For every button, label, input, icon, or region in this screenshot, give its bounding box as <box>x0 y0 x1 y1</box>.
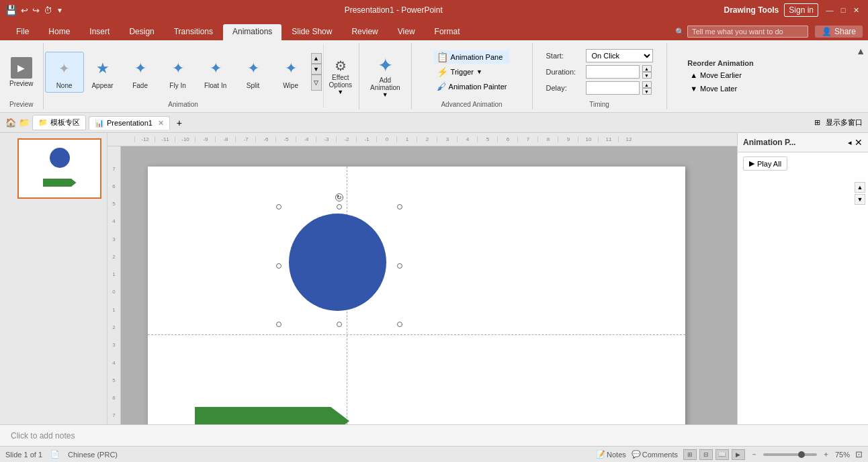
effect-options-button[interactable]: ⚙ Effect Options ▼ <box>324 44 357 108</box>
anim-split[interactable]: ✦ Split <box>234 52 272 92</box>
add-animation-button[interactable]: ✦ Add Animation ▼ <box>363 52 406 101</box>
ribbon-collapse[interactable]: ▲ <box>853 43 868 109</box>
normal-view-button[interactable]: ⊞ <box>683 449 697 460</box>
move-earlier-label: Move Earlier <box>700 71 742 79</box>
duration-input[interactable] <box>586 65 640 79</box>
anim-fade[interactable]: ✦ Fade <box>122 52 159 92</box>
delay-input[interactable] <box>586 81 640 95</box>
fit-slide-button[interactable]: ⊡ <box>855 449 863 459</box>
reading-view-button[interactable]: 📖 <box>715 449 729 460</box>
zoom-in-button[interactable]: ＋ <box>822 449 830 459</box>
ribbon-group-preview: ▶ Preview Preview <box>0 43 44 109</box>
zoom-slider[interactable] <box>763 453 817 456</box>
tab-animations[interactable]: Animations <box>223 24 281 40</box>
fade-icon: ✦ <box>127 55 154 82</box>
zoom-thumb[interactable] <box>798 451 805 458</box>
start-label: Start: <box>546 52 583 60</box>
zoom-out-button[interactable]: － <box>750 449 758 459</box>
tab-file[interactable]: File <box>7 24 38 40</box>
tab-home[interactable]: Home <box>39 24 79 40</box>
trigger-arrow: ▼ <box>476 68 482 75</box>
tab-close-button[interactable]: ✕ <box>158 119 164 128</box>
slide-sorter-button[interactable]: ⊟ <box>699 449 713 460</box>
tab-design[interactable]: Design <box>120 24 163 40</box>
tab-format[interactable]: Format <box>425 24 470 40</box>
anim-none[interactable]: ✦ None <box>45 52 84 93</box>
delay-down[interactable]: ▼ <box>642 88 652 95</box>
handle-tl[interactable] <box>276 204 281 210</box>
handle-ml[interactable] <box>276 263 281 269</box>
comments-button[interactable]: 💬 Comments <box>632 450 678 459</box>
slideshow-view-button[interactable]: ▶ <box>732 449 745 460</box>
tab-slideshow[interactable]: Slide Show <box>282 24 341 40</box>
animation-painter-button[interactable]: 🖌 Animation Painter <box>434 80 510 93</box>
animation-pane: Animation P... ◂ ✕ ▶ Play All ▲ ▼ <box>737 133 868 424</box>
auto-save-icon[interactable]: ⏱ <box>44 5 52 15</box>
anim-scroll-up[interactable]: ▲ <box>311 53 322 64</box>
save-icon[interactable]: 💾 <box>5 5 17 15</box>
anim-scroll-more[interactable]: ▽ <box>311 75 322 91</box>
handle-tc[interactable] <box>337 204 342 210</box>
handle-tr[interactable] <box>397 204 402 210</box>
search-input[interactable] <box>687 26 808 38</box>
trigger-button[interactable]: ⚡ Trigger ▼ <box>434 65 510 79</box>
anim-order-down[interactable]: ▼ <box>855 194 865 205</box>
quick-access-arrow[interactable]: ▼ <box>56 7 63 14</box>
tab-insert[interactable]: Insert <box>80 24 119 40</box>
ribbon-group-timing: Start: On Click Duration: ▲ ▼ Delay: <box>533 43 667 109</box>
animation-painter-icon: 🖌 <box>437 81 446 92</box>
notes-button[interactable]: 📝 Notes <box>596 450 626 459</box>
preview-button[interactable]: ▶ Preview <box>4 54 39 90</box>
undo-icon[interactable]: ↩ <box>21 5 28 15</box>
ribbon-group-reorder: Reorder Animation ▲ Move Earlier ▼ Move … <box>667 43 775 109</box>
duration-up[interactable]: ▲ <box>642 65 652 72</box>
tab-review[interactable]: Review <box>342 24 387 40</box>
anim-pane-order-arrows: ▲ ▼ <box>855 182 865 205</box>
tab-view[interactable]: View <box>388 24 425 40</box>
new-tab-button[interactable]: + <box>173 116 186 130</box>
handle-bl[interactable] <box>276 322 281 327</box>
move-later-button[interactable]: ▼ Move Later <box>687 83 754 94</box>
add-animation-arrow: ▼ <box>382 91 388 98</box>
minimize-button[interactable]: — <box>824 4 836 16</box>
anim-appear[interactable]: ★ Appear <box>84 52 122 92</box>
arrow-shape[interactable] <box>195 407 349 424</box>
anim-pane-close-button[interactable]: ✕ <box>855 137 863 148</box>
delay-spinner: ▲ ▼ <box>642 81 652 95</box>
restore-button[interactable]: □ <box>837 4 849 16</box>
status-icon-1[interactable]: 📄 <box>50 450 60 459</box>
slide-thumbnail[interactable] <box>17 138 101 199</box>
close-button[interactable]: ✕ <box>851 4 863 16</box>
anim-scroll-down[interactable]: ▼ <box>311 64 322 75</box>
play-all-button[interactable]: ▶ Play All <box>743 156 787 171</box>
rotate-handle[interactable]: ↻ <box>335 193 343 201</box>
anim-wipe[interactable]: ✦ Wipe <box>272 52 310 92</box>
handle-br[interactable] <box>397 322 402 327</box>
presentation-tab[interactable]: 📊 Presentation1 ✕ <box>89 116 170 130</box>
notes-area[interactable]: Click to add notes <box>0 424 868 446</box>
handle-mr[interactable] <box>397 263 402 269</box>
duration-down[interactable]: ▼ <box>642 72 652 79</box>
anim-order-up[interactable]: ▲ <box>855 182 865 193</box>
circle-shape-container[interactable]: ↻ <box>279 207 400 324</box>
slide-canvas[interactable]: ↻ <box>148 167 685 424</box>
reorder-options: Reorder Animation ▲ Move Earlier ▼ Move … <box>682 58 759 95</box>
anim-fly-in[interactable]: ✦ Fly In <box>159 52 197 92</box>
start-select[interactable]: On Click <box>586 49 653 62</box>
share-button[interactable]: 👤 Share <box>815 26 863 38</box>
display-multi[interactable]: ⊞ 显示多窗口 <box>814 118 863 128</box>
anim-float-in[interactable]: ✦ Float In <box>197 52 234 92</box>
handle-bc[interactable] <box>337 322 342 327</box>
animation-pane-header: Animation P... ◂ ✕ <box>738 133 868 152</box>
move-earlier-button[interactable]: ▲ Move Earlier <box>687 70 754 81</box>
folder-icon[interactable]: 📁 <box>19 118 30 128</box>
delay-up[interactable]: ▲ <box>642 81 652 88</box>
tab-transitions[interactable]: Transitions <box>165 24 222 40</box>
home-icon[interactable]: 🏠 <box>5 118 16 128</box>
advanced-group-label: Advanced Animation <box>441 99 502 108</box>
redo-icon[interactable]: ↪ <box>32 5 40 15</box>
sign-in-button[interactable]: Sign in <box>784 3 818 17</box>
template-tab[interactable]: 📁 模板专区 <box>32 115 86 130</box>
animation-pane-button[interactable]: 📋 Animation Pane <box>434 50 510 64</box>
anim-pane-expand[interactable]: ◂ <box>848 138 852 147</box>
